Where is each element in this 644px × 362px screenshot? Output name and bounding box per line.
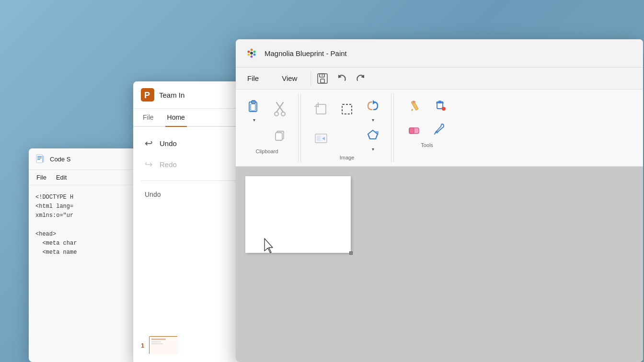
svg-rect-9	[151, 341, 161, 342]
svg-rect-39	[342, 104, 352, 114]
ribbon-group-tools: Tools	[396, 93, 458, 162]
notepad-menu-edit[interactable]: Edit	[52, 172, 70, 183]
rotate-button[interactable]	[362, 95, 383, 116]
svg-rect-22	[321, 79, 324, 83]
clipboard-icon	[245, 97, 263, 114]
ribbon-sep-2	[393, 93, 394, 162]
undo-button[interactable]	[332, 69, 351, 88]
eraser-button[interactable]	[403, 118, 425, 139]
paint-title: Magnolia Blueprint - Paint	[264, 49, 634, 57]
svg-rect-2	[37, 158, 42, 158]
redo-icon: ↪	[145, 158, 153, 170]
ppt-title: Team In	[159, 91, 184, 99]
cut-icon	[273, 101, 287, 118]
redo-button[interactable]	[351, 69, 370, 88]
svg-rect-10	[151, 343, 163, 344]
image-resize-button[interactable]	[310, 128, 332, 149]
paint-menubar: File View	[236, 68, 643, 90]
svg-rect-4	[42, 156, 44, 162]
redo-icon	[355, 72, 367, 85]
paint-app-icon	[244, 46, 259, 60]
paint-menu-file[interactable]: File	[236, 68, 270, 89]
ribbon-tools-row	[403, 95, 450, 116]
ppt-slide-thumb: 1	[141, 336, 178, 354]
svg-rect-23	[322, 74, 323, 76]
paint-menu-separator	[310, 71, 311, 86]
ribbon-group-image: ▾	[303, 93, 391, 162]
svg-rect-27	[251, 104, 255, 111]
ppt-tab-file[interactable]: File	[141, 109, 156, 126]
pencil-icon	[406, 98, 422, 113]
paste-tool: ▾	[243, 95, 264, 123]
ribbon-clipboard-tools: ▾	[243, 95, 290, 123]
notepad-menu-file[interactable]: File	[33, 172, 50, 183]
svg-rect-0	[36, 155, 43, 163]
copy-button[interactable]	[269, 124, 290, 146]
svg-rect-35	[276, 133, 282, 140]
eyedropper-icon	[432, 121, 448, 136]
select-icon	[339, 102, 355, 117]
ribbon-image-tools: ▾	[310, 95, 383, 123]
paste-chevron[interactable]: ▾	[253, 117, 255, 123]
notepad-title: Code S	[50, 156, 70, 163]
ribbon-clipboard-row2	[243, 124, 290, 146]
svg-point-14	[251, 49, 253, 51]
svg-marker-47	[411, 109, 413, 112]
select-button[interactable]	[336, 99, 357, 120]
svg-point-18	[248, 54, 250, 56]
undo-icon	[335, 72, 348, 85]
image-resize-icon	[313, 131, 329, 146]
fill-button[interactable]	[429, 95, 450, 116]
canvas-resize-handle[interactable]	[349, 251, 353, 255]
svg-point-17	[251, 56, 253, 58]
undo-icon: ↩	[145, 137, 153, 149]
ribbon-sep-1	[300, 93, 301, 162]
ppt-slide-image	[149, 336, 178, 354]
pencil-button[interactable]	[403, 95, 425, 116]
svg-rect-43	[317, 136, 321, 141]
svg-marker-40	[373, 100, 376, 104]
paint-titlebar: Magnolia Blueprint - Paint	[236, 39, 643, 68]
svg-point-15	[253, 51, 256, 53]
svg-rect-1	[37, 156, 42, 157]
eyedropper-button[interactable]	[429, 118, 450, 139]
svg-rect-3	[37, 159, 40, 160]
crop-icon	[313, 102, 329, 117]
paste-button[interactable]	[243, 95, 264, 116]
eraser-icon	[406, 121, 422, 136]
select-freeform-icon	[365, 127, 380, 143]
save-button[interactable]	[313, 69, 332, 88]
tools-label: Tools	[421, 142, 433, 148]
ribbon-tools-row2	[403, 118, 450, 139]
rotate-icon	[365, 98, 380, 113]
svg-point-13	[248, 51, 250, 53]
svg-line-52	[435, 132, 436, 134]
paint-menu-view[interactable]: View	[270, 68, 309, 89]
ppt-icon: P	[141, 88, 154, 102]
svg-rect-8	[151, 339, 166, 340]
ppt-tab-home[interactable]: Home	[165, 109, 187, 126]
svg-point-19	[250, 52, 253, 55]
redo-label: Redo	[160, 160, 177, 169]
save-icon	[316, 72, 329, 85]
image-label: Image	[340, 155, 355, 160]
rotate-chevron[interactable]: ▾	[372, 117, 374, 123]
ribbon-image-row2: ▾	[310, 124, 383, 152]
notepad-icon	[35, 154, 45, 164]
copy-icon	[273, 128, 287, 142]
select-freeform-chevron[interactable]: ▾	[372, 147, 374, 152]
undo-label: Undo	[160, 139, 177, 147]
crop-button[interactable]	[310, 99, 332, 120]
paint-canvas[interactable]	[245, 176, 351, 253]
paint-ribbon: ▾	[236, 90, 643, 167]
paint-window: Magnolia Blueprint - Paint File View	[236, 39, 643, 362]
ppt-slide-number: 1	[141, 342, 144, 349]
svg-point-16	[253, 54, 256, 56]
select-freeform-button[interactable]	[362, 124, 383, 146]
svg-rect-29	[253, 101, 254, 102]
paint-canvas-area[interactable]	[236, 167, 643, 362]
cut-button[interactable]	[269, 99, 290, 120]
select-freeform-tool: ▾	[362, 124, 383, 152]
rotate-tool: ▾	[362, 95, 383, 123]
ribbon-group-clipboard: ▾	[236, 93, 299, 162]
